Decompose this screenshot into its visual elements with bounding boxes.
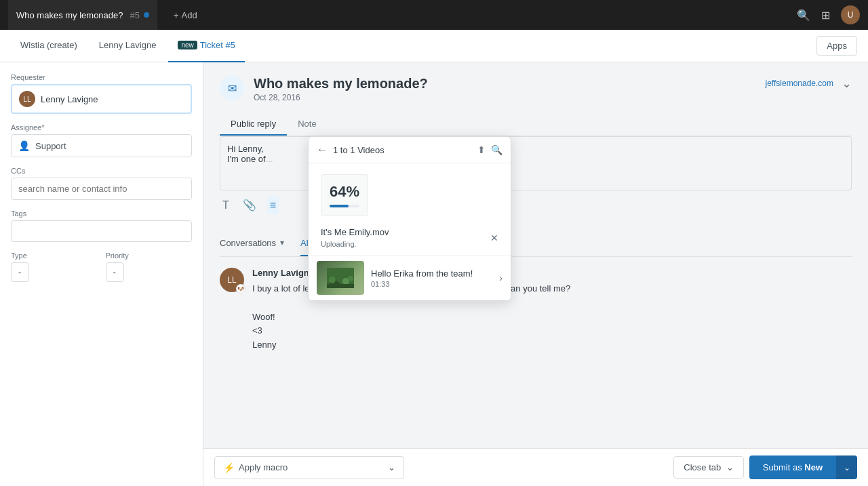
submit-btn-group: Submit as New ⌄	[749, 455, 857, 479]
topbar-tab-title: Who makes my lemonade?	[16, 10, 123, 20]
assignee-field[interactable]: 👤 Support	[11, 134, 192, 157]
ticket-email: jeffslemonade.com	[766, 79, 834, 88]
svg-rect-6	[327, 284, 354, 288]
mail-icon: ✉	[220, 76, 244, 100]
tab-lenny-label: Lenny Lavigne	[99, 40, 157, 50]
submit-type: New	[804, 462, 823, 472]
expand-button[interactable]: ⌄	[842, 76, 852, 91]
priority-select[interactable]: -	[106, 262, 124, 282]
upload-box: 64%	[321, 174, 368, 216]
ccs-label: CCs	[11, 167, 192, 175]
upload-progress-bar	[330, 205, 349, 207]
lightning-icon: ⚡	[223, 462, 235, 473]
apply-macro-button[interactable]: ⚡ Apply macro ⌄	[214, 456, 404, 479]
grid-icon[interactable]: ⊞	[821, 9, 830, 22]
reply-area: Public reply Note Hi Lenny, I'm one of..…	[203, 113, 868, 220]
video-arrow-icon: ›	[499, 272, 502, 283]
wistia-header-icons: ⬆ 🔍	[477, 144, 502, 155]
message-line4: Lenny	[252, 338, 852, 352]
tab-lenny-lavigne[interactable]: Lenny Lavigne	[90, 30, 166, 62]
attach-button[interactable]: 📎	[240, 196, 259, 214]
tab-note[interactable]: Note	[287, 113, 327, 136]
wistia-title: 1 to 1 Videos	[333, 145, 472, 155]
right-content: ✉ Who makes my lemonade? Oct 28, 2016 je…	[203, 62, 868, 486]
tab-wistia-create[interactable]: Wistia (create)	[11, 30, 87, 62]
close-tab-chevron: ⌄	[726, 462, 734, 472]
svg-point-5	[348, 276, 353, 281]
ticket-title: Who makes my lemonade?	[254, 76, 428, 92]
topbar-actions: 🔍 ⊞ U	[797, 5, 860, 24]
topbar: Who makes my lemonade? #5 + Add 🔍 ⊞ U	[0, 0, 868, 30]
wistia-search-icon[interactable]: 🔍	[491, 144, 502, 155]
main-layout: Requester LL Lenny Lavigne Assignee* 👤 S…	[0, 62, 868, 486]
svg-point-2	[329, 277, 336, 283]
close-tab-button[interactable]: Close tab ⌄	[673, 456, 744, 479]
cc-input[interactable]	[11, 178, 192, 200]
person-icon: 👤	[18, 140, 30, 151]
video-duration: 01:33	[371, 280, 492, 288]
wistia-header: ← 1 to 1 Videos ⬆ 🔍	[309, 137, 511, 163]
upload-progress-container	[330, 205, 359, 207]
text-format-button[interactable]: T	[220, 197, 232, 214]
back-button[interactable]: ←	[317, 144, 328, 156]
video-thumb-inner	[317, 261, 364, 295]
macro-chevron-icon: ⌄	[388, 462, 395, 472]
upload-filename: It's Me Emily.mov	[321, 227, 389, 237]
priority-label: Priority	[106, 251, 193, 260]
upload-close-button[interactable]: ✕	[490, 232, 498, 243]
submit-label: Submit as	[763, 462, 802, 472]
video-info: Hello Erika from the team! 01:33	[371, 268, 492, 288]
submit-arrow-icon: ⌄	[844, 463, 850, 472]
submit-button[interactable]: Submit as New	[749, 455, 836, 479]
wistia-overlay: ← 1 to 1 Videos ⬆ 🔍 64%	[308, 136, 511, 301]
ticket-header: ✉ Who makes my lemonade? Oct 28, 2016 je…	[203, 62, 868, 102]
macro-label: Apply macro	[239, 462, 288, 472]
tab-wistia-label: Wistia (create)	[20, 40, 77, 50]
bottom-bar: ⚡ Apply macro ⌄ Close tab ⌄ Submit as Ne…	[203, 448, 868, 486]
plus-icon: +	[174, 10, 179, 20]
tags-label: Tags	[11, 209, 192, 218]
add-button[interactable]: + Add	[174, 10, 197, 20]
wistia-video-item[interactable]: Hello Erika from the team! 01:33 ›	[309, 255, 511, 300]
conversations-tab-label: Conversations	[220, 238, 276, 248]
requester-initials: LL	[23, 96, 31, 103]
add-label: Add	[182, 10, 197, 20]
message-avatar: LL 🐶	[220, 268, 244, 292]
message-line2: Woof!	[252, 310, 852, 325]
upload-progress-track	[330, 205, 359, 207]
conv-tab-conversations[interactable]: Conversations ▾	[220, 232, 284, 255]
submit-dropdown-button[interactable]: ⌄	[836, 455, 857, 479]
message-avatar-badge: 🐶	[236, 284, 245, 293]
upload-status: Uploading.	[321, 240, 389, 248]
reply-tabs: Public reply Note	[220, 113, 852, 136]
video-title: Hello Erika from the team!	[371, 268, 492, 279]
upload-icon[interactable]: ⬆	[477, 144, 486, 155]
apps-button[interactable]: Apps	[816, 36, 857, 56]
topbar-tab-ticket[interactable]: Who makes my lemonade? #5	[8, 0, 157, 30]
user-avatar[interactable]: U	[841, 5, 860, 24]
conversations-section: Conversations ▾ All 2 LL 🐶 Lenny Lavigne…	[203, 220, 868, 448]
assignee-label: Assignee*	[11, 123, 192, 131]
tab-ticket[interactable]: new Ticket #5	[168, 30, 245, 62]
tags-input[interactable]	[11, 220, 192, 242]
left-panel: Requester LL Lenny Lavigne Assignee* 👤 S…	[0, 62, 203, 486]
wistia-upload-item: 64% It's Me Emily.mov Uploading.	[309, 163, 511, 255]
assignee-name: Support	[35, 141, 66, 151]
conv-arrow-icon: ▾	[280, 238, 284, 247]
ticket-badge: new	[178, 41, 197, 49]
upload-percentage: 64%	[330, 183, 359, 201]
search-icon[interactable]: 🔍	[797, 9, 810, 22]
requester-name: Lenny Lavigne	[41, 94, 98, 104]
wistia-button[interactable]: ≡	[267, 197, 279, 214]
message-line3: <3	[252, 324, 852, 338]
close-tab-label: Close tab	[684, 462, 721, 472]
tab-ticket-label: Ticket #5	[200, 40, 235, 50]
requester-field[interactable]: LL Lenny Lavigne	[11, 84, 192, 114]
topbar-tab-subtitle: #5	[130, 10, 140, 20]
ticket-date: Oct 28, 2016	[254, 93, 428, 102]
ticket-title-area: ✉ Who makes my lemonade? Oct 28, 2016	[220, 76, 428, 102]
message-author: Lenny Lavigne	[252, 268, 314, 278]
navtabs: Wistia (create) Lenny Lavigne new Ticket…	[0, 30, 868, 62]
tab-public-reply[interactable]: Public reply	[220, 113, 287, 136]
type-select[interactable]: -	[11, 262, 29, 282]
